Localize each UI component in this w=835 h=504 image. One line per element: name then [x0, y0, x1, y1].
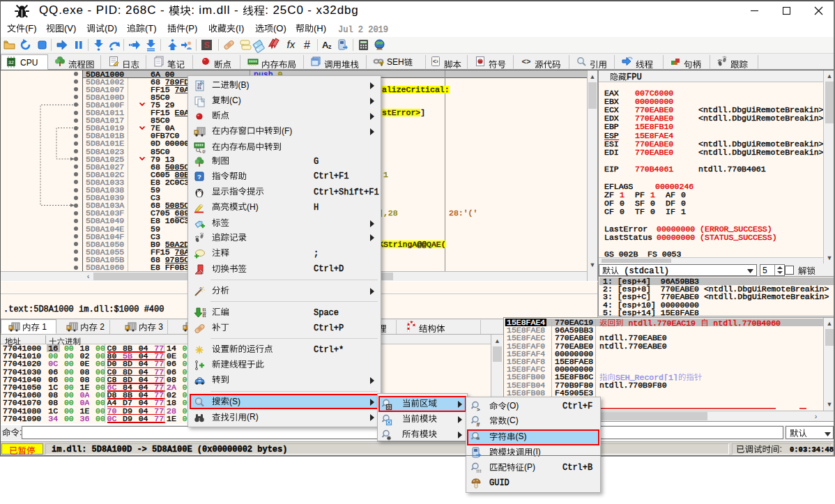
svg-text:<›: <›: [433, 58, 438, 65]
svg-text:#: #: [304, 39, 310, 51]
svg-text:@: @: [202, 149, 206, 153]
svg-text:?: ?: [197, 173, 201, 181]
svg-text:#: #: [477, 421, 480, 428]
svg-text:z: z: [328, 43, 332, 50]
svg-text:S: S: [204, 40, 209, 50]
svg-text:011001: 011001: [203, 308, 207, 318]
svg-text:32: 32: [8, 60, 14, 65]
svg-text:<>: <>: [522, 57, 531, 66]
svg-text:fx: fx: [287, 38, 296, 50]
svg-text:n: n: [201, 270, 204, 275]
svg-text:0110: 0110: [197, 82, 201, 90]
svg-text:>: >: [477, 406, 480, 413]
svg-text:“: “: [476, 436, 480, 444]
